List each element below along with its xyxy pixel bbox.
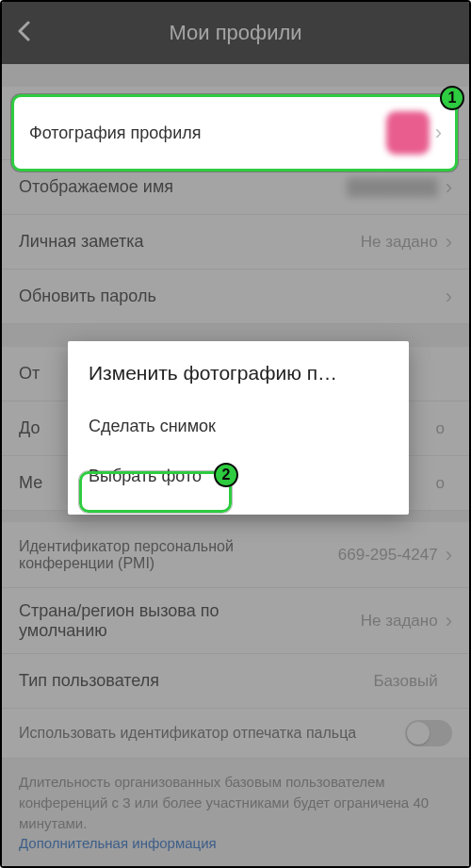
row-value: 669-295-4247 [283,546,446,565]
row-label: Ме [19,473,42,493]
row-user-type: Тип пользователя Базовый › [2,654,469,709]
info-block: Длительность организованных базовым поль… [2,759,469,868]
chevron-right-icon: › [446,232,452,253]
chevron-right-icon: › [446,113,452,134]
row-fingerprint: Использовать идентификатор отпечатка пал… [2,709,469,759]
row-personal-note[interactable]: Личная заметка Не задано › [2,215,469,270]
toggle-knob [407,722,430,745]
info-link[interactable]: Дополнительная информация [19,835,217,851]
change-photo-dialog: Изменить фотографию п… Сделать снимок Вы… [68,341,409,515]
row-label: Фотография профиля [19,113,190,133]
row-value: Не задано [283,612,446,631]
row-label: До [19,418,40,438]
page-title: Мои профили [169,21,301,45]
row-label: Обновить пароль [19,287,156,306]
avatar [395,102,438,145]
chevron-right-icon: › [446,287,452,307]
row-display-name[interactable]: Отображаемое имя ████████ › [2,160,469,215]
chevron-right-icon: › [446,611,452,631]
row-pmi[interactable]: Идентификатор персональной конференции (… [2,522,469,588]
dialog-title: Изменить фотографию п… [68,341,409,401]
row-value: Базовый [159,672,446,691]
info-text: Длительность организованных базовым поль… [19,774,429,831]
fingerprint-toggle[interactable] [405,720,452,746]
row-value: Не задано [144,233,446,252]
chevron-right-icon: › [446,545,452,565]
row-update-password[interactable]: Обновить пароль › [2,270,469,324]
row-label: От [19,364,40,384]
row-label: Тип пользователя [19,671,159,691]
row-default-region[interactable]: Страна/регион вызова по умолчанию Не зад… [2,588,469,654]
row-label: Отображаемое имя [19,177,173,197]
dialog-option-choose-photo[interactable]: Выбрать фото [68,451,409,501]
row-value: ████████ [173,178,446,197]
dialog-option-take-photo[interactable]: Сделать снимок [68,401,409,451]
header: Мои профили [2,2,469,64]
chevron-right-icon: › [446,177,452,198]
row-profile-photo[interactable]: Фотография профиля › [2,87,469,160]
switch-label: Использовать идентификатор отпечатка пал… [19,725,405,742]
row-label: Страна/регион вызова по умолчанию [19,601,283,641]
row-label: Личная заметка [19,232,144,252]
row-label: Идентификатор персональной конференции (… [19,538,283,572]
back-icon[interactable] [17,20,30,46]
